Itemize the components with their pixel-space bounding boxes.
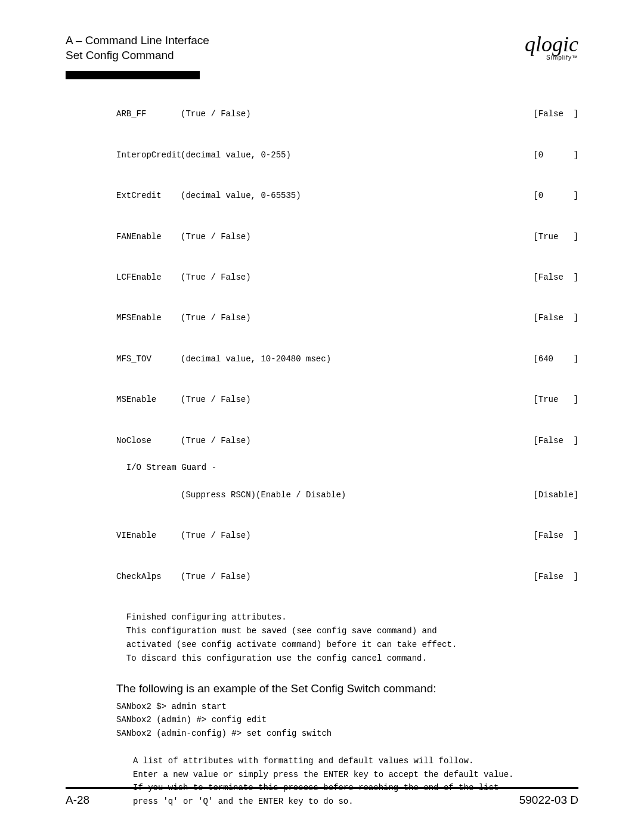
attr-hint: (Suppress RSCN)(Enable / Disable) <box>181 488 533 502</box>
attr-value: [640 ] <box>533 352 578 366</box>
finish-msg: This configuration must be saved (see co… <box>126 626 437 636</box>
attr-value: [False ] <box>533 434 578 448</box>
attr-value: [True ] <box>533 230 578 244</box>
attr-value: [False ] <box>533 311 578 325</box>
attr-name: LCFEnable <box>116 271 181 284</box>
attr-name: MFS_TOV <box>116 352 181 366</box>
attr-hint: (True / False) <box>181 529 533 543</box>
attr-value: [False ] <box>533 529 578 543</box>
section-intro: The following is an example of the Set C… <box>116 682 578 695</box>
finish-msg: To discard this configuration use the co… <box>126 654 427 663</box>
attr-value: [0 ] <box>533 189 578 203</box>
attr-name: NoClose <box>116 434 181 448</box>
header-thick-rule <box>66 71 200 79</box>
attr-hint: (True / False) <box>181 570 533 584</box>
footer-right: 59022-03 D <box>519 794 578 807</box>
attr-value: [False ] <box>533 271 578 284</box>
attr-hint: (decimal value, 0-255) <box>181 148 533 162</box>
attr-value: [True ] <box>533 393 578 407</box>
attr-hint: (True / False) <box>181 271 533 284</box>
attr-name: InteropCredit <box>116 148 181 162</box>
page: A – Command Line Interface Set Config Co… <box>0 0 644 833</box>
attr-value: [False ] <box>533 570 578 584</box>
header-line-1: A – Command Line Interface <box>66 33 209 48</box>
instruction-line: A list of attributes with formatting and… <box>116 754 578 768</box>
attr-value: [0 ] <box>533 148 578 162</box>
page-footer: A-28 59022-03 D <box>66 794 578 807</box>
attr-name: MSEnable <box>116 393 181 407</box>
finish-msg: activated (see config activate command) … <box>126 640 457 649</box>
instruction-line: Enter a new value or simply press the EN… <box>116 768 578 782</box>
attr-hint: (decimal value, 10-20480 msec) <box>181 352 533 366</box>
finish-msg: Finished configuring attributes. <box>126 612 287 622</box>
attr-hint: (True / False) <box>181 393 533 407</box>
attr-value: [False ] <box>533 107 578 121</box>
attr-hint: (True / False) <box>181 107 533 121</box>
attr-hint: (True / False) <box>181 434 533 448</box>
cmd-line: SANbox2 (admin) #> config edit <box>116 715 267 724</box>
attr-value: [Disable] <box>533 488 578 502</box>
header-line-2: Set Config Command <box>66 48 209 63</box>
attr-name: CheckAlps <box>116 570 181 584</box>
attr-name: ARB_FF <box>116 107 181 121</box>
footer-left: A-28 <box>66 794 89 807</box>
attr-hint: (decimal value, 0-65535) <box>181 189 533 203</box>
attr-hint: (True / False) <box>181 230 533 244</box>
attr-name: ExtCredit <box>116 189 181 203</box>
attr-hint: (True / False) <box>181 311 533 325</box>
logo-script: qlogic <box>525 33 578 55</box>
switch-command-block: SANbox2 $> admin start SANbox2 (admin) #… <box>116 700 578 834</box>
attr-name: MFSEnable <box>116 311 181 325</box>
qlogic-logo: qlogic Simplify™ <box>525 33 578 61</box>
cmd-line: SANbox2 $> admin start <box>116 702 227 711</box>
attr-name: FANEnable <box>116 230 181 244</box>
port-attribute-block: ARB_FF(True / False)[False ] InteropCred… <box>116 94 578 665</box>
io-stream-guard-label: I/O Stream Guard - <box>126 463 216 472</box>
header-title-block: A – Command Line Interface Set Config Co… <box>66 33 209 63</box>
cmd-line: SANbox2 (admin-config) #> set config swi… <box>116 729 332 738</box>
attr-name: VIEnable <box>116 529 181 543</box>
footer-rule <box>66 787 578 789</box>
page-header: A – Command Line Interface Set Config Co… <box>66 33 578 63</box>
